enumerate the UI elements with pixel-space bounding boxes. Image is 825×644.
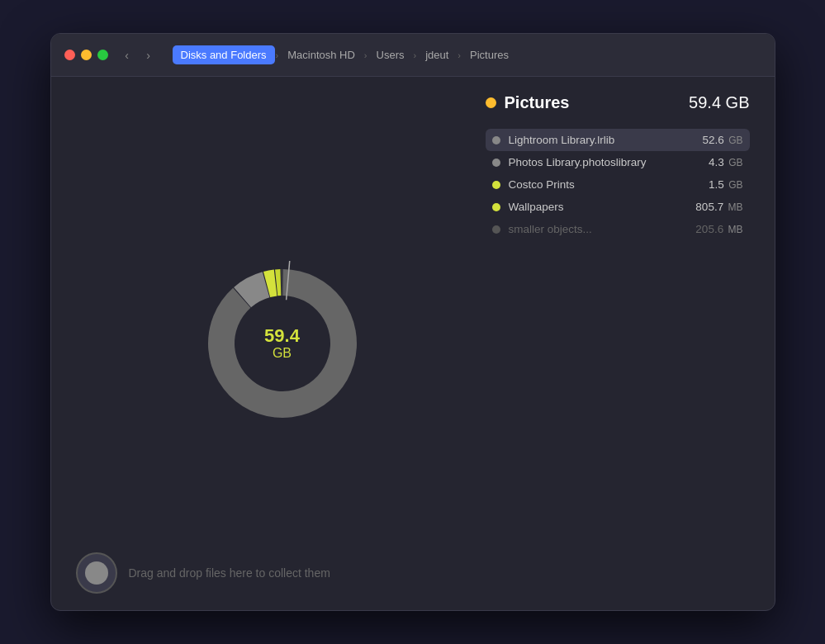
file-size: 805.7 MB [685, 201, 743, 213]
drop-zone-label: Drag and drop files here to collect them [129, 566, 330, 580]
chart-size-value: 59.4 [264, 326, 300, 346]
breadcrumb-separator: › [364, 50, 367, 60]
close-button[interactable] [64, 50, 75, 60]
drop-icon-inner [85, 561, 108, 585]
forward-button[interactable]: › [140, 46, 158, 64]
file-size: 4.3 GB [685, 156, 743, 168]
file-row[interactable]: Wallpapers805.7 MB [486, 196, 750, 218]
file-size-number: 205.6 [695, 223, 723, 235]
file-name: Photos Library.photoslibrary [509, 156, 677, 168]
file-list: Lightroom Library.lrlib52.6 GBPhotos Lib… [486, 129, 750, 240]
breadcrumb-item-macintosh-hd[interactable]: Macintosh HD [279, 45, 363, 64]
breadcrumb-separator: › [276, 50, 279, 60]
file-name: Costco Prints [509, 178, 677, 191]
folder-name-text: Pictures [505, 93, 570, 112]
folder-header: Pictures 59.4 GB [486, 93, 750, 119]
file-dot [492, 203, 500, 211]
folder-dot [486, 97, 496, 108]
chart-segment[interactable] [281, 269, 282, 296]
main-window: ‹ › Disks and Folders›Macintosh HD›Users… [50, 33, 775, 611]
breadcrumb-item-disks-and-folders[interactable]: Disks and Folders [173, 45, 275, 64]
chart-size-unit: GB [264, 346, 300, 361]
file-size-unit: GB [726, 179, 743, 191]
folder-size: 59.4 GB [689, 93, 749, 112]
file-dot [492, 225, 500, 234]
breadcrumb-item-users[interactable]: Users [368, 45, 413, 64]
breadcrumb-separator: › [413, 50, 416, 60]
titlebar: ‹ › Disks and Folders›Macintosh HD›Users… [51, 34, 775, 77]
breadcrumb-item-pictures[interactable]: Pictures [462, 45, 517, 64]
file-size-unit: MB [725, 201, 742, 213]
file-name: Wallpapers [509, 201, 677, 213]
main-content: Pictures 59.4 GB Lightroom Library.lrlib… [51, 77, 775, 610]
file-size: 52.6 GB [685, 134, 743, 146]
maximize-button[interactable] [97, 50, 108, 60]
traffic-lights [64, 50, 108, 60]
file-size: 1.5 GB [685, 178, 743, 191]
folder-name: Pictures [486, 93, 570, 112]
file-size-unit: GB [726, 135, 743, 146]
drop-icon [76, 552, 117, 594]
back-button[interactable]: ‹ [118, 46, 136, 64]
minimize-button[interactable] [81, 50, 92, 60]
nav-buttons: ‹ › [118, 46, 158, 64]
breadcrumb-separator: › [458, 50, 461, 60]
file-size: 205.6 MB [685, 223, 743, 235]
drop-zone[interactable]: Drag and drop files here to collect them [76, 552, 330, 594]
file-name: smaller objects... [509, 223, 677, 235]
file-row[interactable]: Costco Prints1.5 GB [486, 173, 750, 196]
file-size-number: 805.7 [695, 201, 723, 213]
file-row[interactable]: smaller objects...205.6 MB [486, 218, 750, 240]
file-size-number: 1.5 [709, 178, 724, 191]
file-dot [492, 159, 500, 167]
chart-label: 59.4 GB [264, 326, 300, 361]
file-size-unit: GB [726, 157, 743, 168]
file-size-number: 52.6 [703, 134, 724, 146]
breadcrumb: Disks and Folders›Macintosh HD›Users›jde… [173, 45, 518, 64]
file-row[interactable]: Photos Library.photoslibrary4.3 GB [486, 151, 750, 173]
file-size-number: 4.3 [709, 156, 724, 168]
file-name: Lightroom Library.lrlib [509, 134, 677, 146]
file-dot [492, 136, 500, 144]
file-row[interactable]: Lightroom Library.lrlib52.6 GB [486, 129, 750, 151]
info-panel: Pictures 59.4 GB Lightroom Library.lrlib… [486, 93, 750, 240]
breadcrumb-item-jdeut[interactable]: jdeut [417, 45, 457, 64]
file-dot [492, 181, 500, 189]
file-size-unit: MB [725, 224, 742, 235]
donut-chart: 59.4 GB [200, 261, 365, 426]
